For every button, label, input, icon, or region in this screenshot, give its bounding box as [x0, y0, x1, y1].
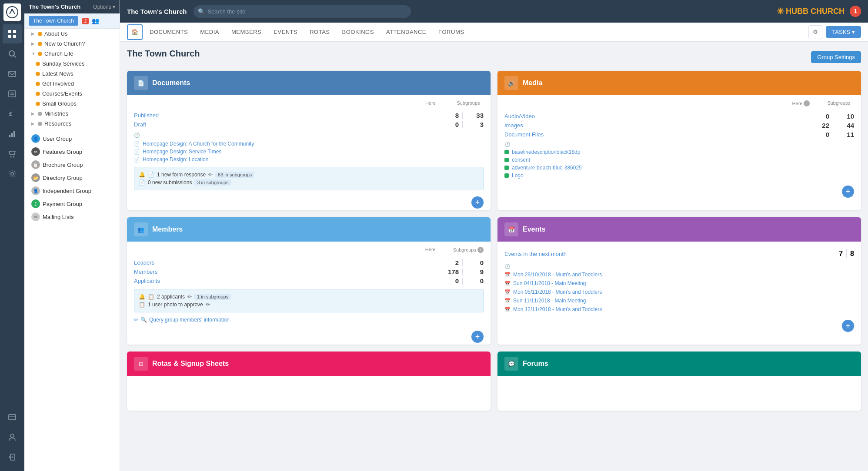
media-add-btn[interactable]: + [842, 186, 854, 198]
sidebar-item-resources[interactable] [3, 84, 22, 103]
tree-options-btn[interactable]: Options ▾ [93, 4, 115, 10]
page-title: The Town Church [127, 49, 200, 59]
widget-media: 🔊 Media Here i Subg [497, 71, 861, 210]
page-body: The Town Church Group Settings 📄 Documen… [120, 42, 868, 471]
tree-node-small-groups[interactable]: Small Groups [24, 99, 120, 109]
widget-members-title: Members [152, 226, 183, 233]
main-content: The Town's Church 🔍 ✳ HUBB CHURCH 1 🏠 DO… [120, 0, 868, 471]
sidebar-item-reports[interactable] [3, 124, 22, 143]
nav-attendance[interactable]: ATTENDANCE [381, 25, 431, 39]
event-item-1: 📅 Mon 29/10/2018 - Mum's and Toddlers [504, 270, 854, 279]
sidebar-item-finance[interactable]: £ [3, 104, 22, 123]
group-settings-button[interactable]: Group Settings [811, 51, 861, 63]
sidebar-item-mailing[interactable] [3, 64, 22, 83]
doc-item-1[interactable]: 📄 Homepage Design: A Church for the Comm… [134, 140, 484, 148]
docs-draft-label: Draft [134, 121, 146, 128]
svg-rect-2 [8, 30, 11, 33]
nav-rotas[interactable]: ROTAS [304, 25, 335, 39]
nav-events[interactable]: EVENTS [268, 25, 303, 39]
sidebar-item-your-account[interactable] [3, 428, 22, 447]
docs-add-btn[interactable]: + [471, 196, 484, 209]
widget-rotas-body [127, 376, 491, 411]
docs-here-col: Here [415, 100, 446, 107]
media-recent-list: 🕐 baselinedescriptionblack18dp consent a… [504, 142, 854, 179]
widget-media-body: Here i Subgroups Audio/Video 0 [497, 95, 861, 187]
tree-node-church-life[interactable]: ▼ Church Life [24, 49, 120, 59]
widget-members-header: 👥 Members [127, 217, 491, 242]
nav-documents[interactable]: DOCUMENTS [144, 25, 193, 39]
svg-rect-15 [13, 131, 15, 137]
widget-events-body: Events in the next month 7 8 🕐 📅 Mon 29/ [497, 242, 861, 322]
docs-recent-list: 🕐 📄 Homepage Design: A Church for the Co… [134, 133, 484, 163]
events-month-label: Events in the next month [504, 251, 567, 257]
members-query-link[interactable]: ✏ 🔍 Query group members' information [134, 315, 484, 325]
top-nav-right: ✳ HUBB CHURCH 1 [777, 6, 861, 17]
widget-events-title: Events [523, 226, 545, 233]
tree-node-get-involved[interactable]: Get Involved [24, 79, 120, 89]
sidebar-item-view-website[interactable] [3, 408, 22, 427]
group-label: User Group [43, 136, 72, 142]
widget-documents-header: 📄 Documents [127, 71, 491, 95]
members-sub-label: Subgroups i [453, 247, 484, 255]
tree-group-directory[interactable]: 📂 Directory Group [24, 171, 120, 184]
home-nav-icon[interactable]: 🏠 [127, 24, 143, 40]
tree-group-mailing[interactable]: ✉ Mailing Lists [24, 210, 120, 223]
sidebar-item-settings[interactable] [3, 164, 22, 183]
tree-church-row: The Town Church 2 👥 [24, 13, 120, 29]
tree-group-independent[interactable]: 👤 Independent Group [24, 184, 120, 197]
members-applicants-label: Applicants [134, 278, 160, 284]
tree-node-about-us[interactable]: ▶ About Us [24, 29, 120, 39]
tree-node-sunday-services[interactable]: Sunday Services [24, 59, 120, 69]
sidebar-logo [3, 3, 21, 21]
group-label: Brochure Group [43, 162, 83, 168]
media-item-4[interactable]: Logo [504, 172, 854, 179]
doc-item-2[interactable]: 📄 Homepage Design: Service Times [134, 148, 484, 156]
event-item-3: 📅 Mon 05/11/2018 - Mum's and Toddlers [504, 288, 854, 296]
tree-node-ministries[interactable]: ▶ Ministries [24, 109, 120, 119]
page-header-row: The Town Church Group Settings [127, 49, 861, 66]
events-add-btn[interactable]: + [842, 320, 854, 332]
gear-settings-btn[interactable]: ⚙ [808, 25, 822, 39]
nav-bookings[interactable]: BOOKINGS [337, 25, 379, 39]
members-add-btn[interactable]: + [471, 331, 484, 343]
tree-group-brochure[interactable]: 📋 Brochure Group [24, 158, 120, 171]
members-alert-2: 📋 1 user photo to approve ✏ [139, 301, 479, 308]
search-input[interactable] [194, 5, 411, 18]
tree-group-features[interactable]: ✏ Features Group [24, 145, 120, 158]
sidebar-item-logout[interactable] [3, 448, 22, 467]
tree-node-label: Latest News [42, 70, 73, 77]
tree-node-label: Small Groups [42, 100, 77, 107]
svg-line-7 [14, 56, 16, 58]
tree-node-new-to-church[interactable]: ▶ New to Church? [24, 39, 120, 49]
docs-draft-here: 0 [441, 121, 459, 128]
tree-group-user[interactable]: 👤 User Group [24, 132, 120, 145]
tree-node-resources[interactable]: ▶ Resources [24, 119, 120, 129]
notification-btn[interactable]: 1 [850, 6, 861, 17]
svg-rect-5 [13, 35, 16, 38]
tree-node-courses-events[interactable]: Courses/Events [24, 89, 120, 99]
doc-item-3[interactable]: 📄 Homepage Design: Location [134, 156, 484, 163]
sidebar-item-site-manager[interactable] [3, 24, 22, 43]
svg-rect-13 [9, 135, 10, 137]
church-people-icon: 👥 [92, 17, 99, 24]
sidebar-item-query[interactable] [3, 44, 22, 63]
church-home-btn[interactable]: The Town Church [29, 16, 78, 26]
media-item-1[interactable]: baselinedescriptionblack18dp [504, 148, 854, 156]
nav-media[interactable]: MEDIA [195, 25, 224, 39]
media-item-2[interactable]: consent [504, 156, 854, 164]
tree-node-label: New to Church? [44, 40, 85, 47]
media-av-row: Audio/Video 0 10 [504, 112, 854, 121]
search-container: 🔍 [194, 5, 411, 18]
group-label: Mailing Lists [43, 214, 74, 220]
widget-members-body: Here Subgroups i Leaders [127, 242, 491, 332]
svg-rect-8 [9, 71, 16, 76]
tree-node-latest-news[interactable]: Latest News [24, 69, 120, 79]
tree-group-payment[interactable]: £ Payment Group [24, 197, 120, 210]
members-label: Members [134, 269, 157, 275]
events-icon: 📅 [504, 222, 518, 236]
sidebar-item-shop[interactable] [3, 144, 22, 163]
nav-members[interactable]: MEMBERS [226, 25, 267, 39]
tasks-button[interactable]: TASKS ▾ [826, 26, 861, 38]
nav-forums[interactable]: FORUMS [433, 25, 469, 39]
media-item-3[interactable]: adventure-beach-blue-386025 [504, 164, 854, 172]
